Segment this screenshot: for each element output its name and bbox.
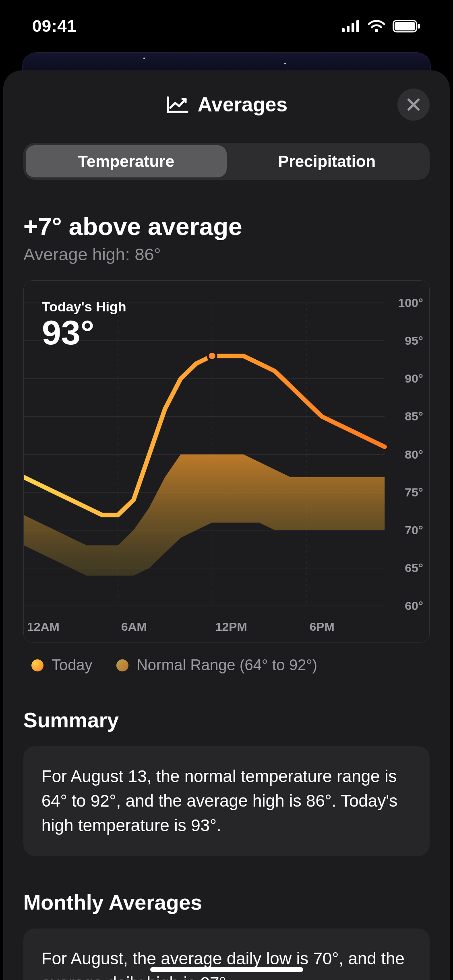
- svg-point-34: [209, 353, 215, 359]
- close-icon: [406, 97, 421, 112]
- segment-precipitation[interactable]: Precipitation: [227, 145, 428, 177]
- battery-icon: [393, 20, 421, 33]
- svg-text:85°: 85°: [405, 410, 423, 423]
- svg-rect-6: [395, 22, 415, 31]
- svg-rect-2: [352, 23, 354, 32]
- svg-text:12PM: 12PM: [215, 620, 247, 633]
- svg-rect-1: [347, 26, 350, 32]
- summary-card: For August 13, the normal temperature ra…: [23, 746, 430, 856]
- svg-text:95°: 95°: [405, 334, 423, 347]
- legend-range-label: Normal Range (64° to 92°): [137, 657, 317, 674]
- svg-rect-0: [342, 28, 345, 32]
- svg-text:80°: 80°: [405, 448, 423, 461]
- svg-point-4: [375, 29, 378, 32]
- close-button[interactable]: [397, 89, 430, 121]
- segment-temperature[interactable]: Temperature: [26, 145, 227, 177]
- status-indicators: [342, 20, 421, 33]
- monthly-card: For August, the average daily low is 70°…: [23, 929, 430, 980]
- svg-text:70°: 70°: [405, 523, 423, 537]
- svg-text:60°: 60°: [405, 599, 423, 612]
- status-bar: 09:41: [0, 0, 453, 52]
- legend-today-label: Today: [52, 657, 92, 674]
- svg-text:65°: 65°: [405, 561, 423, 574]
- chart-overlay: Today's High 93°: [42, 299, 126, 352]
- svg-text:90°: 90°: [405, 372, 423, 385]
- legend-today: Today: [31, 657, 92, 674]
- legend-normal-range: Normal Range (64° to 92°): [116, 657, 317, 674]
- svg-text:12AM: 12AM: [27, 620, 60, 633]
- svg-rect-3: [356, 20, 359, 32]
- svg-text:6PM: 6PM: [309, 620, 334, 633]
- legend-swatch-range: [116, 659, 128, 671]
- svg-text:75°: 75°: [405, 486, 423, 499]
- averages-sheet: Averages Temperature Precipitation +7° a…: [3, 70, 450, 980]
- segmented-control: Temperature Precipitation: [23, 143, 430, 180]
- cellular-icon: [342, 20, 360, 32]
- sheet-title: Averages: [198, 93, 288, 116]
- chart-overlay-value: 93°: [42, 313, 126, 352]
- chart-line-icon: [165, 95, 189, 114]
- chart-legend: Today Normal Range (64° to 92°): [23, 657, 430, 674]
- sheet-header: Averages: [23, 70, 430, 139]
- temperature-chart[interactable]: Today's High 93° 100°95°90°85°80°75°70°6…: [23, 280, 430, 642]
- background-sheet-peek: [22, 52, 431, 70]
- home-indicator[interactable]: [150, 967, 303, 972]
- svg-text:100°: 100°: [398, 296, 423, 309]
- monthly-title: Monthly Averages: [23, 890, 430, 914]
- headline: +7° above average Average high: 86°: [23, 212, 430, 264]
- summary-title: Summary: [23, 708, 430, 732]
- wifi-icon: [368, 20, 385, 33]
- svg-rect-7: [418, 24, 420, 29]
- status-time: 09:41: [32, 16, 77, 36]
- headline-average-high: Average high: 86°: [23, 245, 430, 264]
- svg-text:6AM: 6AM: [121, 620, 147, 633]
- headline-deviation: +7° above average: [23, 212, 430, 241]
- legend-swatch-today: [31, 659, 43, 671]
